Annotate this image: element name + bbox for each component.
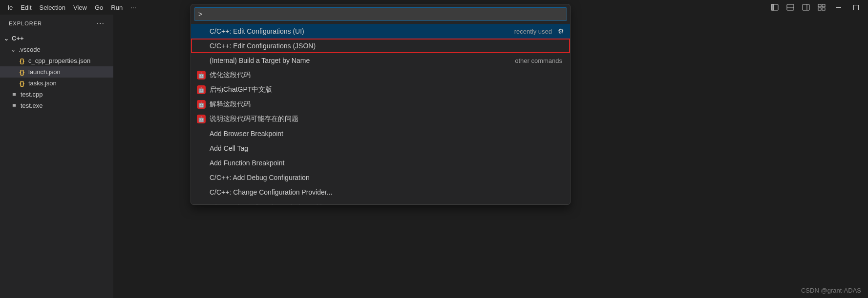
command-label: Add Cell Tag <box>210 144 564 152</box>
command-label: C/C++: Edit Configurations (UI) <box>210 27 510 35</box>
command-label: 说明这段代码可能存在的问题 <box>210 115 564 123</box>
command-label: Add Browser Breakpoint <box>210 130 564 138</box>
robot-icon: 🤖 <box>197 115 206 123</box>
layout-secondary-icon[interactable] <box>799 0 813 14</box>
command-label: 解释这段代码 <box>210 100 564 109</box>
command-label: C/C++: Edit Configurations (JSON) <box>210 42 564 50</box>
command-group-label: recently used <box>514 28 552 35</box>
menu-view[interactable]: View <box>69 2 91 13</box>
command-palette: C/C++: Edit Configurations (UI)recently … <box>191 4 571 205</box>
minimize-button[interactable] <box>830 0 847 14</box>
svg-rect-12 <box>853 5 858 10</box>
menu-go[interactable]: Go <box>91 2 107 13</box>
command-item[interactable]: C/C++: Clear All Code Analysis Problems <box>191 199 570 204</box>
command-item[interactable]: 🤖优化这段代码 <box>191 68 570 82</box>
tree-folder-vscode[interactable]: ⌄ .vscode <box>0 44 113 55</box>
command-label: C/C++: Change Configuration Provider... <box>210 188 564 196</box>
tree-file-tasks[interactable]: {} tasks.json <box>0 78 113 89</box>
svg-rect-8 <box>822 4 825 7</box>
json-icon: {} <box>18 79 26 87</box>
chevron-down-icon: ⌄ <box>3 35 10 42</box>
command-label: 优化这段代码 <box>210 71 564 79</box>
menu-overflow-icon[interactable]: ··· <box>127 1 140 13</box>
robot-icon: 🤖 <box>197 85 206 94</box>
menu-run[interactable]: Run <box>107 2 127 13</box>
file-tree: ⌄ C++ ⌄ .vscode {} c_cpp_properties.json… <box>0 32 113 111</box>
layout-primary-icon[interactable] <box>767 0 782 14</box>
command-list: C/C++: Edit Configurations (UI)recently … <box>191 24 570 204</box>
command-item[interactable]: Add Cell Tag <box>191 141 570 156</box>
menu-selection[interactable]: Selection <box>36 2 69 13</box>
robot-icon: 🤖 <box>197 71 206 79</box>
layout-panel-icon[interactable] <box>783 0 798 14</box>
explorer-title: EXPLORER <box>9 20 42 26</box>
explorer-header: EXPLORER ··· <box>0 15 113 32</box>
json-icon: {} <box>18 68 26 76</box>
command-label: 启动ChatGPT中文版 <box>210 85 564 94</box>
robot-icon: 🤖 <box>197 100 206 109</box>
tree-file-testexe[interactable]: ≡ test.exe <box>0 100 113 111</box>
command-item[interactable]: C/C++: Edit Configurations (UI)recently … <box>191 24 570 39</box>
tree-file-launch[interactable]: {} launch.json <box>0 66 113 78</box>
command-item[interactable]: C/C++: Change Configuration Provider... <box>191 185 570 199</box>
layout-customize-icon[interactable] <box>814 0 829 14</box>
svg-rect-2 <box>771 4 774 10</box>
command-group-label: other commands <box>515 57 562 64</box>
command-item[interactable]: C/C++: Edit Configurations (JSON) <box>191 39 570 53</box>
svg-rect-7 <box>818 4 821 7</box>
explorer-more-icon[interactable]: ··· <box>97 19 105 28</box>
command-input[interactable] <box>194 7 567 21</box>
menu-edit[interactable]: Edit <box>17 2 35 13</box>
command-label: C/C++: Clear All Code Analysis Problems <box>210 203 564 204</box>
chevron-down-icon: ⌄ <box>10 46 17 53</box>
explorer-sidebar: EXPLORER ··· ⌄ C++ ⌄ .vscode {} c_cpp_pr… <box>0 15 113 298</box>
file-icon: ≡ <box>10 102 19 109</box>
command-item[interactable]: Add Function Breakpoint <box>191 156 570 170</box>
command-item[interactable]: 🤖解释这段代码 <box>191 97 570 112</box>
svg-rect-5 <box>803 4 809 10</box>
svg-rect-3 <box>787 4 794 10</box>
command-item[interactable]: Add Browser Breakpoint <box>191 126 570 141</box>
menu-file[interactable]: le <box>4 2 17 13</box>
tree-file-testcpp[interactable]: ≡ test.cpp <box>0 89 113 100</box>
maximize-button[interactable] <box>847 0 864 14</box>
command-label: (Internal) Build a Target by Name <box>210 57 511 64</box>
svg-rect-10 <box>822 8 825 10</box>
titlebar-controls <box>767 0 868 15</box>
command-item[interactable]: (Internal) Build a Target by Nameother c… <box>191 53 570 68</box>
command-item[interactable]: C/C++: Add Debug Configuration <box>191 170 570 185</box>
tree-root[interactable]: ⌄ C++ <box>0 33 113 44</box>
command-item[interactable]: 🤖说明这段代码可能存在的问题 <box>191 112 570 126</box>
gear-icon[interactable]: ⚙ <box>558 27 564 35</box>
command-label: Add Function Breakpoint <box>210 159 564 167</box>
command-item[interactable]: 🤖启动ChatGPT中文版 <box>191 82 570 97</box>
svg-rect-9 <box>818 8 821 10</box>
command-label: C/C++: Add Debug Configuration <box>210 174 564 181</box>
watermark-text: CSDN @grant-ADAS <box>801 287 861 294</box>
file-icon: ≡ <box>10 91 19 98</box>
json-icon: {} <box>18 57 26 64</box>
tree-file-cpp-properties[interactable]: {} c_cpp_properties.json <box>0 55 113 66</box>
